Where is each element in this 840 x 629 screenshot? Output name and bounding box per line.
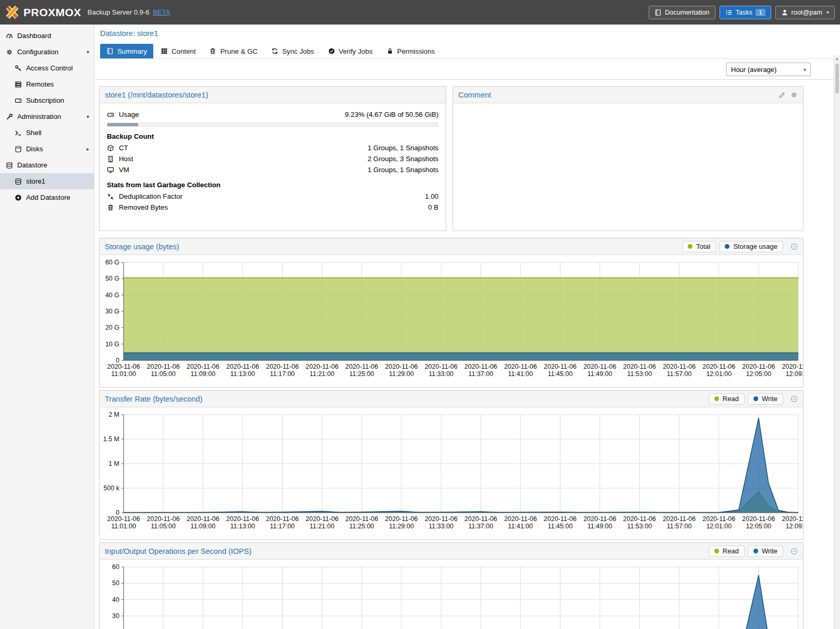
svg-text:2020-11-06: 2020-11-06 — [504, 363, 537, 370]
svg-text:11:49:00: 11:49:00 — [588, 370, 613, 378]
vertical-scrollbar[interactable]: ▲ — [834, 55, 840, 629]
collapse-icon[interactable] — [790, 548, 798, 555]
tab-permissions[interactable]: Permissions — [380, 44, 441, 58]
sidebar-item-datastore[interactable]: Datastore — [0, 157, 94, 173]
legend-item-write[interactable]: Write — [748, 393, 783, 405]
beta-link[interactable]: BETA — [153, 8, 170, 16]
svg-text:2020-11-06: 2020-11-06 — [385, 515, 418, 523]
legend-item-write[interactable]: Write — [748, 546, 783, 557]
legend-item-storage-usage[interactable]: Storage usage — [719, 241, 783, 252]
comment-body[interactable] — [453, 103, 803, 115]
tasks-button[interactable]: Tasks 1 — [720, 6, 771, 19]
svg-text:11:33:00: 11:33:00 — [429, 523, 454, 530]
sync-icon — [271, 47, 278, 55]
sidebar-item-configuration[interactable]: Configuration ▾ — [0, 44, 94, 60]
svg-text:2020-11-06: 2020-11-06 — [147, 515, 180, 523]
monitor-icon — [107, 166, 114, 174]
database-icon — [15, 178, 22, 185]
svg-text:12:05:00: 12:05:00 — [746, 370, 772, 378]
chevron-right-icon[interactable]: ▸ — [87, 146, 89, 152]
hdd-icon — [107, 111, 114, 118]
svg-text:11:37:00: 11:37:00 — [468, 523, 493, 530]
scrollbar-thumb[interactable] — [835, 64, 839, 93]
svg-text:2020-11-06: 2020-11-06 — [226, 363, 259, 370]
svg-text:2020-11-06: 2020-11-06 — [623, 363, 656, 370]
legend-item-read[interactable]: Read — [709, 393, 745, 405]
comment-panel: Comment — [453, 86, 804, 231]
storage-usage-chart-panel: Storage usage (bytes) Total Storage usag… — [99, 238, 804, 388]
sidebar-item-label: Shell — [26, 129, 42, 137]
user-icon — [781, 9, 788, 16]
chevron-down-icon: ▾ — [804, 67, 806, 72]
period-select-value: Hour (average) — [731, 66, 776, 74]
edit-icon[interactable] — [778, 91, 786, 99]
documentation-button[interactable]: Documentation — [649, 6, 715, 19]
sidebar: Dashboard Configuration ▾ Access Control… — [0, 25, 94, 629]
svg-text:12:05:00: 12:05:00 — [746, 523, 772, 530]
transfer-rate-chart: 2 M1.5 M1 M500 k02020-11-0611:01:002020-… — [100, 407, 803, 539]
wrench-icon — [6, 113, 13, 120]
sidebar-item-disks[interactable]: Disks ▸ — [0, 141, 94, 157]
panel-title: Comment — [458, 91, 491, 99]
svg-text:2020-11-06: 2020-11-06 — [306, 515, 338, 523]
legend-label: Write — [762, 395, 777, 403]
tab-content[interactable]: Content — [154, 44, 202, 58]
sidebar-item-access-control[interactable]: Access Control — [0, 60, 94, 76]
svg-text:2020-11-06: 2020-11-06 — [465, 515, 497, 523]
sidebar-item-label: Remotes — [26, 80, 54, 88]
scroll-up-icon[interactable]: ▲ — [834, 55, 840, 63]
legend-dot-green — [688, 244, 692, 249]
svg-text:11:05:00: 11:05:00 — [151, 370, 176, 378]
host-row: Host 2 Groups, 3 Snapshots — [107, 153, 439, 164]
cube-icon — [107, 144, 114, 152]
collapse-icon[interactable] — [790, 243, 798, 250]
legend-dot-blue — [753, 396, 758, 401]
svg-text:11:41:00: 11:41:00 — [508, 523, 533, 530]
svg-text:11:41:00: 11:41:00 — [508, 370, 533, 378]
chart-title: Transfer Rate (bytes/second) — [105, 395, 202, 403]
tab-prune-gc[interactable]: Prune & GC — [203, 44, 264, 58]
sidebar-item-store1[interactable]: store1 — [0, 173, 94, 189]
svg-text:2020-11-06: 2020-11-06 — [385, 363, 418, 370]
tab-strip: Summary Content Prune & GC Sync Jobs Ver… — [95, 44, 840, 59]
svg-text:11:01:00: 11:01:00 — [111, 523, 136, 530]
svg-text:2020-11-06: 2020-11-06 — [424, 515, 457, 523]
sidebar-item-shell[interactable]: Shell — [0, 125, 94, 141]
svg-text:11:17:00: 11:17:00 — [270, 523, 295, 530]
ct-value: 1 Groups, 1 Snapshots — [368, 144, 439, 152]
usage-value: 9.23% (4.67 GiB of 50.56 GiB) — [345, 111, 439, 118]
legend-dot-green — [714, 396, 719, 401]
svg-text:11:09:00: 11:09:00 — [190, 370, 215, 378]
gear-icon[interactable] — [790, 91, 798, 99]
chevron-down-icon[interactable]: ▾ — [87, 114, 89, 119]
removed-bytes-row: Removed Bytes 0 B — [107, 202, 439, 213]
sidebar-item-add-datastore[interactable]: Add Datastore — [0, 189, 94, 205]
key-icon — [15, 65, 22, 72]
svg-text:2020-11-06: 2020-11-06 — [742, 515, 775, 523]
tab-sync-jobs[interactable]: Sync Jobs — [265, 44, 320, 58]
chevron-down-icon[interactable]: ▾ — [87, 49, 89, 55]
tab-verify-jobs[interactable]: Verify Jobs — [322, 44, 379, 58]
legend-item-total[interactable]: Total — [682, 241, 716, 252]
collapse-icon[interactable] — [790, 395, 798, 403]
host-label: Host — [119, 155, 133, 163]
sidebar-item-remotes[interactable]: Remotes — [0, 76, 94, 92]
period-select[interactable]: Hour (average) ▾ — [726, 63, 811, 76]
sidebar-item-dashboard[interactable]: Dashboard — [0, 28, 94, 44]
sidebar-item-administration[interactable]: Administration ▾ — [0, 108, 94, 125]
database-icon — [6, 162, 13, 169]
legend-label: Total — [696, 243, 710, 250]
documentation-label: Documentation — [665, 9, 709, 16]
svg-text:2020-11-06: 2020-11-06 — [424, 363, 457, 370]
user-menu-button[interactable]: root@pam ▾ — [775, 6, 835, 19]
check-circle-icon — [328, 47, 335, 55]
main-content: Datastore: store1 Summary Content Prune … — [95, 25, 840, 629]
chart-title: Storage usage (bytes) — [105, 243, 179, 251]
sidebar-item-subscription[interactable]: Subscription — [0, 92, 94, 108]
book-icon — [654, 9, 662, 16]
svg-text:2020-11-06: 2020-11-06 — [504, 515, 537, 523]
legend-item-read[interactable]: Read — [709, 546, 745, 557]
chart-title: Input/Output Operations per Second (IOPS… — [105, 547, 251, 555]
tab-label: Verify Jobs — [339, 47, 373, 55]
tab-summary[interactable]: Summary — [100, 44, 153, 58]
